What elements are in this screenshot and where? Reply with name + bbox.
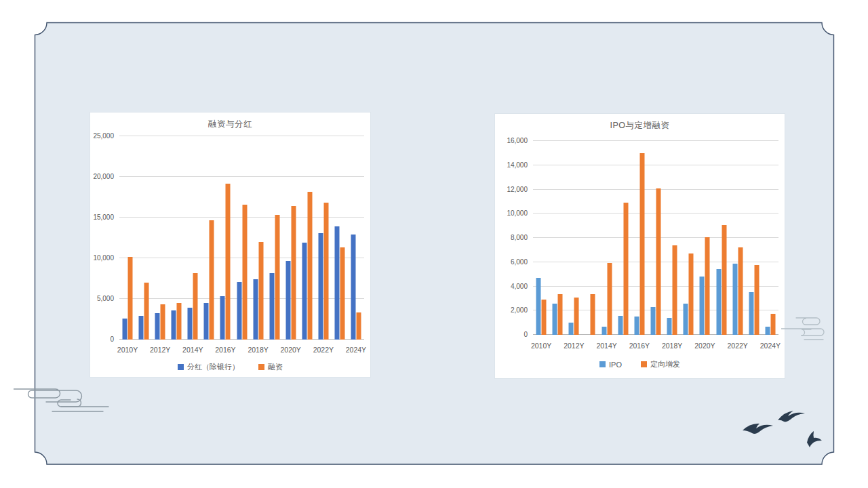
bar (188, 308, 193, 340)
y-tick-label: 2,000 (495, 306, 528, 314)
x-tick-label: 2014Y (182, 346, 203, 354)
y-tick-label: 16,000 (495, 137, 528, 144)
bar (667, 318, 672, 335)
x-tick-label: 2024Y (346, 346, 366, 354)
bar (536, 278, 541, 335)
bar (275, 215, 279, 340)
bar (732, 264, 737, 335)
bar (340, 247, 344, 340)
bar (700, 277, 705, 335)
bar (193, 273, 198, 340)
bar (591, 294, 595, 335)
bar (139, 316, 144, 340)
bar-group (651, 141, 661, 335)
bar (242, 205, 247, 340)
legend-swatch (641, 361, 647, 367)
bar (258, 242, 263, 340)
bar (738, 247, 743, 335)
legend-item: 融资 (258, 362, 283, 372)
y-tick-label: 15,000 (81, 214, 114, 221)
y-tick-label: 25,000 (81, 132, 114, 140)
bar (302, 243, 307, 340)
bar (269, 273, 274, 340)
chart-legend: IPO定向增发 (495, 359, 785, 369)
bar (601, 327, 606, 336)
chart-title: IPO与定增融资 (495, 120, 785, 131)
bar (722, 225, 726, 335)
bar (684, 304, 688, 335)
bar (749, 292, 753, 335)
x-tick-label: 2014Y (596, 342, 616, 350)
bar (651, 307, 656, 335)
bar-group (749, 141, 759, 335)
bar-group (285, 136, 296, 340)
legend-label: 分红（除银行） (187, 362, 239, 372)
bar (574, 298, 579, 335)
bar (634, 317, 639, 335)
x-tick-label: 2022Y (313, 346, 334, 354)
legend-item: IPO (599, 361, 622, 369)
bar-group (351, 136, 361, 340)
bar-group (155, 136, 165, 340)
bar (226, 184, 231, 340)
bar-group (732, 141, 743, 335)
y-tick-label: 10,000 (81, 254, 114, 262)
bar-group (172, 136, 182, 340)
bar (210, 220, 214, 340)
legend-item: 定向增发 (641, 359, 680, 369)
bar (307, 192, 312, 340)
y-tick-label: 0 (81, 336, 114, 343)
bar-group (585, 141, 595, 335)
bar (318, 233, 323, 340)
bar (204, 303, 209, 340)
bar-group (618, 141, 628, 335)
y-tick-label: 4,000 (495, 283, 528, 290)
chart-panel-financing-dividends: 融资与分红05,00010,00015,00020,00025,0002010Y… (90, 113, 370, 377)
x-tick-label: 2012Y (564, 342, 584, 350)
cloud-scroll-icon (14, 384, 114, 415)
bar-group (318, 136, 328, 340)
x-tick-label: 2024Y (760, 342, 781, 350)
bar (705, 237, 710, 335)
y-tick-label: 8,000 (495, 234, 528, 241)
bar-group (536, 141, 547, 335)
bar-group (139, 136, 149, 340)
bar (334, 226, 339, 340)
x-tick-label: 2018Y (248, 346, 268, 354)
x-tick-label: 2018Y (662, 342, 682, 350)
cloud-scroll-icon (781, 313, 833, 343)
bar-group (334, 136, 344, 340)
bar (553, 304, 557, 335)
legend-swatch (599, 361, 606, 367)
bar (285, 261, 290, 340)
plot-area (533, 141, 778, 335)
bar-group (569, 141, 579, 335)
bar-group (684, 141, 694, 335)
x-tick-label: 2020Y (694, 342, 715, 350)
chart-panel-ipo-placement: IPO与定增融资02,0004,0006,0008,00010,00012,00… (495, 114, 785, 378)
bar (128, 257, 133, 340)
bar-group (269, 136, 279, 340)
bar (716, 269, 721, 335)
bar-group (253, 136, 263, 340)
bar-group (634, 141, 644, 335)
legend-swatch (178, 364, 184, 370)
bar (618, 316, 623, 335)
bar (765, 327, 770, 336)
bar (144, 283, 149, 340)
x-tick-label: 2016Y (215, 346, 235, 354)
bar (237, 282, 241, 340)
bar-group (123, 136, 133, 340)
bar (656, 188, 661, 335)
y-tick-label: 10,000 (495, 209, 528, 217)
legend-label: IPO (609, 361, 622, 369)
y-tick-label: 12,000 (495, 186, 528, 193)
legend-item: 分红（除银行） (178, 362, 239, 372)
y-tick-label: 14,000 (495, 161, 528, 169)
y-tick-label: 6,000 (495, 258, 528, 266)
bar-group (553, 141, 563, 335)
bar (253, 279, 258, 340)
y-tick-label: 0 (495, 331, 528, 338)
bar-group (302, 136, 312, 340)
bar-group (204, 136, 214, 340)
